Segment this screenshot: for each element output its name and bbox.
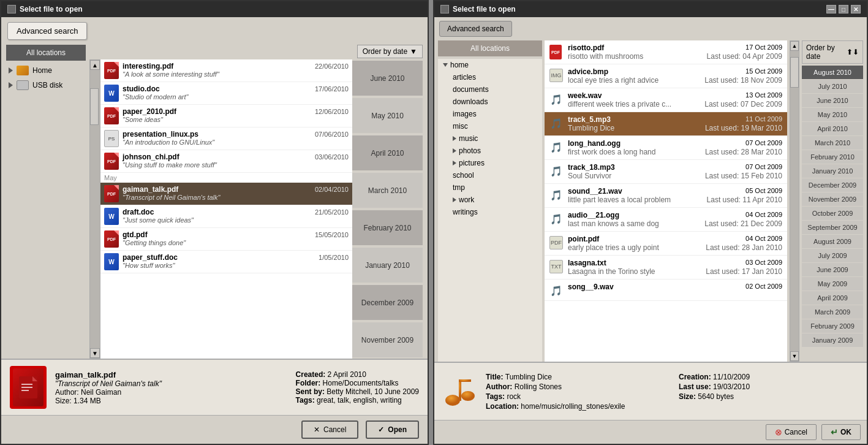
table-row[interactable]: W paper_stuff.doc 1/05/2010 "How stuff w…: [100, 251, 352, 273]
right-scroll-thumb[interactable]: [790, 57, 799, 88]
left-scrollbar[interactable]: ▲ ▼: [89, 59, 100, 359]
month-label-nov2009[interactable]: November 2009: [802, 192, 863, 206]
left-all-locations-button[interactable]: All locations: [6, 45, 86, 61]
maximize-button[interactable]: □: [839, 5, 848, 13]
tree-child-work[interactable]: work: [438, 194, 542, 206]
month-label-may2010[interactable]: May 2010: [802, 108, 863, 121]
tree-child-tmp[interactable]: tmp: [438, 181, 542, 194]
table-row[interactable]: 🎵 track_5.mp3 11 Oct 2009 Tumbling Dice …: [545, 112, 787, 136]
right-scroll-down[interactable]: ▼: [790, 351, 799, 361]
table-row[interactable]: 🎵 week.wav 13 Oct 2009 different week tr…: [545, 88, 787, 112]
detail-lastuse: 19/03/2010: [713, 382, 750, 391]
table-row[interactable]: 🎵 sound__21.wav 05 Oct 2009 little part …: [545, 184, 787, 208]
month-label-sep2009[interactable]: September 2009: [802, 221, 863, 234]
tree-child-music[interactable]: music: [438, 132, 542, 145]
left-toolbar: Advanced search: [1, 17, 428, 45]
left-order-button[interactable]: Order by date ▼: [357, 45, 423, 58]
month-label-dec[interactable]: December 2009: [352, 285, 423, 320]
minimize-button[interactable]: —: [826, 5, 836, 13]
month-label-jan2010[interactable]: January 2010: [802, 164, 863, 178]
left-open-button[interactable]: ✓ Open: [366, 420, 419, 439]
month-label-jan[interactable]: January 2010: [352, 248, 423, 283]
month-label-oct2009[interactable]: October 2009: [802, 207, 863, 220]
left-location-usb[interactable]: USB disk: [6, 78, 86, 93]
file-info: johnson_chi.pdf 03/06/2010 "Using stuff …: [123, 153, 349, 169]
tree-item-home[interactable]: home: [438, 59, 542, 71]
table-row[interactable]: PDF gaiman_talk.pdf 02/04/2010 "Transcri…: [100, 183, 352, 205]
file-lastused: Last used: 04 Apr 2009: [707, 52, 782, 61]
close-button[interactable]: ✕: [851, 5, 861, 13]
left-scroll-thumb[interactable]: [90, 88, 99, 125]
detail-tags: rock: [507, 392, 521, 401]
tree-child-images[interactable]: images: [438, 108, 542, 120]
table-row[interactable]: W studio.doc 17/06/2010 "Studio of moder…: [100, 82, 352, 105]
right-scrollbar[interactable]: ▲ ▼: [790, 40, 799, 362]
word-icon: W: [104, 208, 119, 225]
right-all-locations[interactable]: All locations: [438, 40, 542, 56]
table-row[interactable]: PDF gtd.pdf 15/05/2010 "Getting things d…: [100, 228, 352, 251]
table-row[interactable]: 🎵 song__9.wav 02 Oct 2009: [545, 280, 787, 301]
table-row[interactable]: TXT lasagna.txt 03 Oct 2009 Lasagna in t…: [545, 256, 787, 280]
tree-child-school[interactable]: school: [438, 169, 542, 181]
month-label-jun2010[interactable]: June 2010: [802, 94, 863, 107]
table-row[interactable]: PDF point.pdf 04 Oct 2009 early place tr…: [545, 232, 787, 256]
month-label-june[interactable]: June 2010: [352, 61, 423, 96]
left-adv-search-button[interactable]: Advanced search: [7, 22, 87, 40]
left-scroll-down[interactable]: ▼: [90, 348, 100, 358]
tree-child-articles[interactable]: articles: [438, 71, 542, 83]
table-row[interactable]: PDF paper_2010.pdf 12/06/2010 "Some idea…: [100, 105, 352, 127]
month-label-jul2010[interactable]: July 2010: [802, 80, 863, 93]
file-info: sound__21.wav 05 Oct 2009 little part le…: [568, 187, 782, 204]
tree-child-downloads[interactable]: downloads: [438, 96, 542, 108]
month-label-mar2010[interactable]: March 2010: [802, 136, 863, 150]
table-row[interactable]: W draft.doc 21/05/2010 "Just some quick …: [100, 205, 352, 228]
tree-child-misc[interactable]: misc: [438, 120, 542, 132]
music-label: music: [459, 134, 478, 143]
image-icon: IMG: [549, 69, 563, 82]
month-label-feb[interactable]: February 2010: [352, 210, 423, 245]
month-label-jun2009[interactable]: June 2009: [802, 263, 863, 276]
music-icon: 🎵: [549, 188, 563, 202]
table-row[interactable]: PDF interesting.pdf 22/06/2010 "A look a…: [100, 59, 352, 82]
month-label-aug2010[interactable]: August 2010: [802, 66, 863, 79]
table-row[interactable]: PS presentation_linux.ps 07/06/2010 "An …: [100, 127, 352, 150]
month-label-april[interactable]: April 2010: [352, 135, 423, 170]
tree-child-photos[interactable]: photos: [438, 145, 542, 157]
month-label-march[interactable]: March 2010: [352, 173, 423, 208]
tree-child-pictures[interactable]: pictures: [438, 157, 542, 169]
right-adv-search-button[interactable]: Advanced search: [439, 21, 512, 37]
tree-child-documents[interactable]: documents: [438, 83, 542, 96]
right-cancel-button[interactable]: ⊗ Cancel: [766, 424, 817, 440]
table-row[interactable]: 🎵 long_hand.ogg 07 Oct 2009 first work d…: [545, 136, 787, 160]
month-label-jul2009[interactable]: July 2009: [802, 249, 863, 262]
month-label-apr2010[interactable]: April 2010: [802, 122, 863, 135]
tmp-label: tmp: [453, 183, 465, 192]
month-label-aug2009[interactable]: August 2009: [802, 235, 863, 248]
table-row[interactable]: PDF johnson_chi.pdf 03/06/2010 "Using st…: [100, 150, 352, 173]
table-row[interactable]: IMG advice.bmp 15 Oct 2009 local eye tri…: [545, 64, 787, 88]
month-label-may2009[interactable]: May 2009: [802, 277, 863, 291]
file-desc: "Just some quick ideas": [123, 216, 349, 224]
month-label-nov[interactable]: November 2009: [352, 322, 423, 357]
table-row[interactable]: PDF risotto.pdf 17 Oct 2009 risotto with…: [545, 40, 787, 64]
left-scroll-up[interactable]: ▲: [90, 60, 100, 70]
right-ok-button[interactable]: ↵ OK: [821, 424, 861, 440]
month-label-mar2009[interactable]: March 2009: [802, 305, 863, 319]
left-location-home[interactable]: Home: [6, 63, 86, 78]
month-label-jan2009[interactable]: January 2009: [802, 333, 863, 347]
left-cancel-button[interactable]: ✕ Cancel: [301, 420, 358, 439]
month-label-apr2009[interactable]: April 2009: [802, 291, 863, 305]
month-label-may[interactable]: May 2010: [352, 98, 423, 133]
right-order-header[interactable]: Order by date ⬆⬇: [802, 40, 863, 64]
svg-rect-7: [459, 379, 461, 401]
tree-child-writings[interactable]: writings: [438, 206, 542, 218]
month-label-feb2009[interactable]: February 2009: [802, 319, 863, 333]
month-label-feb2010[interactable]: February 2010: [802, 150, 863, 164]
file-info: draft.doc 21/05/2010 "Just some quick id…: [123, 208, 349, 224]
right-scroll-up[interactable]: ▲: [790, 41, 799, 51]
left-title-bar: Select file to open: [1, 1, 428, 17]
table-row[interactable]: 🎵 track_18.mp3 07 Oct 2009 Soul Survivor…: [545, 160, 787, 184]
month-label-dec2009[interactable]: December 2009: [802, 178, 863, 192]
table-row[interactable]: 🎵 audio__21.ogg 04 Oct 2009 last man kno…: [545, 208, 787, 232]
file-info: track_5.mp3 11 Oct 2009 Tumbling Dice La…: [568, 115, 782, 132]
